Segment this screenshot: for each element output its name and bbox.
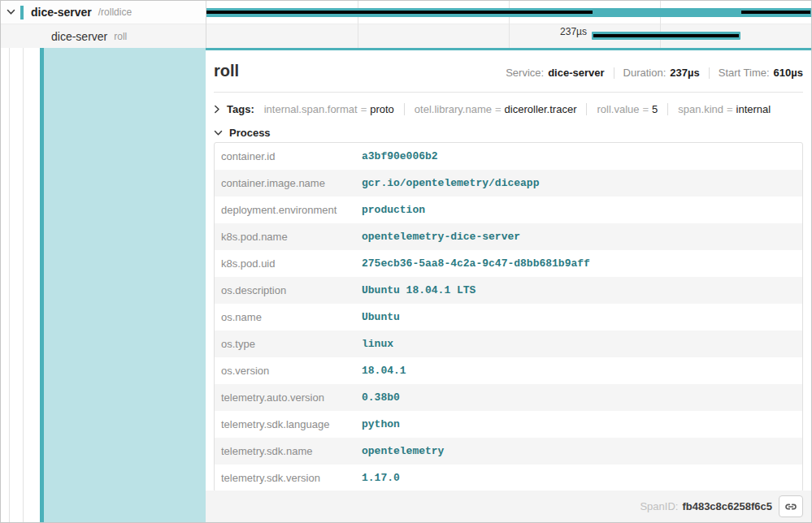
process-key: container.id [221,150,362,162]
tag-value: 5 [652,103,658,115]
span-operation-name: roll [114,31,127,42]
selected-span-highlight [44,48,206,522]
span-duration-label: 237µs [560,26,587,37]
tag-equals: = [495,103,502,115]
span-row-roll[interactable]: dice-server roll [1,24,206,48]
tag-divider [667,103,668,115]
process-row: os.typelinux [215,331,802,357]
process-value: production [362,204,425,216]
process-key: os.type [221,338,362,350]
process-row: container.image.namegcr.io/opentelemetry… [215,170,802,197]
tag-value: internal [736,103,771,115]
process-row: telemetry.sdk.languagepython [215,411,802,438]
deep-link-button[interactable] [779,495,803,517]
duration-label: Duration: [623,67,667,79]
span-title: roll [214,62,239,80]
process-value: 1.17.0 [362,472,400,484]
tag-item: otel.library.name=diceroller.tracer [415,103,577,115]
tag-key: internal.span.format [264,103,358,115]
process-row: telemetry.sdk.version1.17.0 [215,465,802,491]
service-label: Service: [506,67,544,79]
tag-value: diceroller.tracer [505,103,577,115]
process-value: Ubuntu [362,311,400,323]
span-bar-roll[interactable] [592,32,740,40]
process-accordion[interactable]: Process [214,125,803,140]
span-detail-panel: roll Service: dice-server Duration: 237µ… [206,48,811,522]
link-icon [784,500,797,513]
tag-divider [586,103,587,115]
process-key: k8s.pod.uid [221,257,362,270]
start-time-label: Start Time: [719,67,770,79]
process-row: k8s.pod.nameopentelemetry-dice-server [215,223,802,250]
span-bar-rolldice[interactable] [206,8,811,17]
span-operation-name: /rolldice [98,6,132,18]
span-service-name: dice-server [51,30,107,43]
chevron-right-icon [214,105,220,114]
process-label: Process [229,127,271,139]
span-detail-header: roll Service: dice-server Duration: 237µ… [214,62,803,83]
process-value: 0.38b0 [362,391,400,404]
process-row: os.nameUbuntu [215,304,802,331]
process-value: 275ecb36-5aa8-4c2a-9c47-d8bb681b9aff [362,257,590,270]
spanid-value: fb483c8c6258f6c5 [682,500,772,512]
critical-path-segment [741,11,810,14]
overview-divider [709,67,710,79]
critical-path-segment [593,34,739,37]
duration-value: 237µs [670,67,699,79]
span-row-rolldice[interactable]: dice-server /rolldice [1,1,206,24]
process-key: telemetry.auto.version [221,391,362,404]
tag-item: internal.span.format=proto [264,103,394,115]
tag-key: span.kind [678,103,723,115]
service-value: dice-server [548,67,604,79]
tag-equals: = [361,103,367,115]
process-row: k8s.pod.uid275ecb36-5aa8-4c2a-9c47-d8bb6… [215,250,802,277]
tag-key: roll.value [597,103,639,115]
process-key: deployment.environment [221,204,362,216]
process-value: opentelemetry-dice-server [362,231,520,243]
spanid-label: SpanID: [640,500,678,512]
chevron-down-icon [214,130,223,136]
trace-timeline: 237µs [206,1,811,48]
process-row: os.descriptionUbuntu 18.04.1 LTS [215,277,802,304]
process-value: 18.04.1 [362,365,406,377]
span-detail-footer: SpanID: fb483c8c6258f6c5 [206,491,811,522]
chevron-down-icon[interactable] [7,9,15,15]
process-value: linux [362,338,393,350]
span-color-bar [20,6,24,19]
tag-item: roll.value=5 [597,103,658,115]
process-value: Ubuntu 18.04.1 LTS [362,284,475,296]
process-value: a3bf90e006b2 [362,150,438,162]
process-value: gcr.io/opentelemetry/diceapp [362,177,539,189]
span-overview: Service: dice-server Duration: 237µs Sta… [506,67,803,79]
process-row: container.ida3bf90e006b2 [215,143,802,170]
process-key: telemetry.sdk.name [221,445,362,457]
critical-path-segment [206,11,593,14]
process-row: os.version18.04.1 [215,357,802,384]
trace-view: dice-server /rolldice dice-server roll 2… [0,0,812,523]
header-divider [214,92,803,93]
process-key: telemetry.sdk.version [221,472,362,484]
process-key: telemetry.sdk.language [221,418,362,430]
tag-key: otel.library.name [415,103,492,115]
process-key: os.name [221,311,362,323]
tag-value: proto [370,103,394,115]
tag-equals: = [727,103,733,115]
process-value: python [362,418,400,430]
process-value: opentelemetry [362,445,444,457]
start-time-value: 610µs [774,67,803,79]
span-service-name: dice-server [31,6,92,19]
process-row: telemetry.sdk.nameopentelemetry [215,438,802,465]
process-key: k8s.pod.name [221,231,362,243]
process-table: container.ida3bf90e006b2 container.image… [214,142,803,492]
tag-item: span.kind=internal [678,103,771,115]
indent-guide [9,24,10,522]
process-row: deployment.environmentproduction [215,197,802,223]
process-key: os.description [221,284,362,296]
process-row: telemetry.auto.version0.38b0 [215,384,802,411]
tags-label: Tags: [227,103,254,115]
tags-accordion[interactable]: Tags: internal.span.format=proto otel.li… [214,100,803,118]
tag-divider [404,103,405,115]
process-key: os.version [221,365,362,377]
indent-guide [23,24,24,522]
overview-divider [614,67,614,79]
